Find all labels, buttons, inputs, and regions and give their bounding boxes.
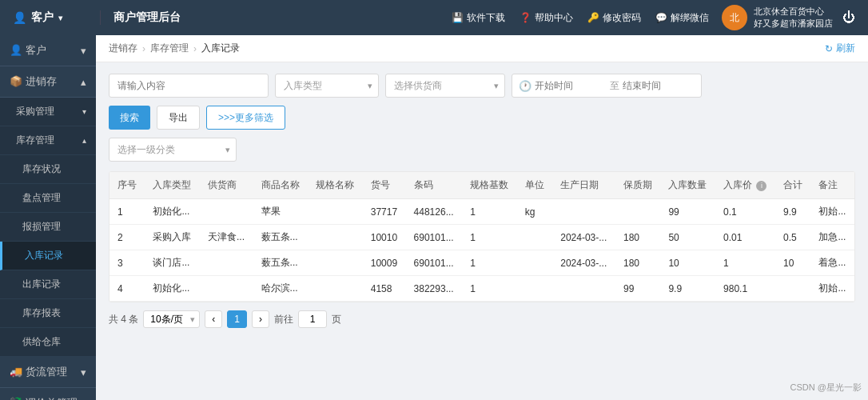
current-page-button[interactable]: 1: [227, 310, 247, 328]
prev-page-button[interactable]: ‹: [205, 310, 222, 328]
page-size-wrap: 10条/页: [143, 310, 200, 328]
chevron-down-icon: ▾: [81, 45, 86, 57]
action-row: 搜索 导出 >>>更多筛选: [109, 106, 855, 130]
data-table: 序号 入库类型 供货商 商品名称 规格名称 货号 条码 规格基数 单位 生产日期…: [109, 172, 854, 302]
category-select[interactable]: 选择一级分类: [109, 138, 237, 162]
help-icon: ❓: [520, 12, 532, 23]
search-button[interactable]: 搜索: [109, 106, 150, 130]
table-cell: [552, 276, 615, 302]
start-date-input[interactable]: [535, 80, 607, 91]
table-cell: 采购入库: [145, 225, 200, 250]
purchase-label: 采购管理: [16, 105, 54, 118]
sidebar-item-inventory[interactable]: 📦 进销存 ▴: [0, 66, 96, 98]
table-cell: 1: [109, 199, 145, 225]
end-date-input[interactable]: [623, 80, 695, 91]
col-item-no: 货号: [363, 172, 406, 199]
download-label: 软件下载: [467, 11, 505, 25]
table-cell: 着急...: [810, 250, 854, 276]
col-barcode: 条码: [406, 172, 463, 199]
help-action[interactable]: ❓ 帮助中心: [520, 11, 573, 25]
more-filter-button[interactable]: >>>更多筛选: [206, 106, 285, 130]
sidebar-item-inbound[interactable]: 入库记录: [0, 242, 96, 270]
search-input[interactable]: [109, 74, 269, 98]
sidebar-item-logistics[interactable]: 🚚 货流管理 ▾: [0, 357, 96, 388]
inventory-group-label: 📦 进销存: [10, 74, 57, 89]
table-cell: 382293...: [406, 276, 463, 302]
supplier-select[interactable]: 选择供货商: [385, 74, 505, 98]
table-cell: 10: [775, 250, 810, 276]
price-info-icon[interactable]: i: [756, 181, 766, 191]
table-row[interactable]: 1初始化...苹果37717448126...1kg990.19.9初始...: [109, 199, 854, 225]
inbound-type-wrap: 入库类型: [275, 74, 379, 98]
table-row[interactable]: 3谈门店...薮五条...10009690101...12024-03-...1…: [109, 250, 854, 276]
table-cell: 180: [615, 250, 660, 276]
price-adjust-group-label: 💱 调价单管理: [10, 396, 78, 400]
inbound-type-select[interactable]: 入库类型: [275, 74, 379, 98]
sidebar-item-inventory-check[interactable]: 盘点管理: [0, 184, 96, 213]
table-header-row: 序号 入库类型 供货商 商品名称 规格名称 货号 条码 规格基数 单位 生产日期…: [109, 172, 854, 199]
nav-actions: 💾 软件下载 ❓ 帮助中心 🔑 修改密码 💬 解绑微信: [452, 11, 709, 25]
next-page-button[interactable]: ›: [252, 310, 269, 328]
avatar: 北: [722, 5, 747, 30]
col-prod-date: 生产日期: [552, 172, 615, 199]
inventory-check-label: 盘点管理: [22, 191, 61, 205]
sidebar-item-supply-warehouse[interactable]: 供给仓库: [0, 328, 96, 357]
sidebar-item-loss[interactable]: 报损管理: [0, 213, 96, 242]
page-jump-input[interactable]: [298, 310, 327, 328]
breadcrumb: 进销存 › 库存管理 › 入库记录 ↻ 刷新: [96, 35, 868, 62]
table-cell: 初始...: [810, 276, 854, 302]
table-cell: 加急...: [810, 225, 854, 250]
table-cell: 0.1: [715, 199, 775, 225]
refresh-icon: ↻: [825, 43, 833, 54]
password-label: 修改密码: [603, 11, 641, 25]
customer-group-label: 👤 客户: [10, 43, 46, 58]
logistics-group-label: 🚚 货流管理: [10, 365, 67, 379]
power-button[interactable]: ⏻: [842, 10, 855, 25]
table-cell: 0.01: [715, 225, 775, 250]
table-cell: 哈尔滨...: [253, 276, 309, 302]
table-cell: 10010: [363, 225, 406, 250]
shop-name: 好又多超市潘家园店: [754, 18, 833, 30]
sidebar-item-purchase[interactable]: 采购管理 ▾: [0, 98, 96, 126]
sidebar-item-stock-status[interactable]: 库存状况: [0, 155, 96, 184]
wechat-action[interactable]: 💬 解绑微信: [655, 11, 709, 25]
table-cell: 苹果: [253, 199, 309, 225]
col-spec-base: 规格基数: [462, 172, 517, 199]
breadcrumb-item-2[interactable]: 库存管理: [150, 42, 189, 55]
brand-label: 客户: [31, 10, 54, 25]
brand-chevron: ▾: [58, 14, 62, 22]
chevron-right-icon: ▾: [82, 107, 86, 116]
table-cell: 2024-03-...: [552, 250, 615, 276]
table-cell: 99: [660, 199, 715, 225]
table-cell: [517, 276, 552, 302]
download-action[interactable]: 💾 软件下载: [452, 11, 505, 25]
sidebar-item-outbound[interactable]: 出库记录: [0, 270, 96, 299]
customer-icon: 👤: [13, 11, 26, 24]
help-label: 帮助中心: [535, 11, 573, 25]
brand-section: 👤 客户 ▾: [13, 10, 101, 25]
table-cell: 50: [660, 225, 715, 250]
sidebar-item-stock-report[interactable]: 库存报表: [0, 299, 96, 328]
content-area: 进销存 › 库存管理 › 入库记录 ↻ 刷新 入库类型: [96, 35, 868, 400]
sidebar-item-customer[interactable]: 👤 客户 ▾: [0, 35, 96, 66]
calendar-icon: 🕐: [519, 80, 532, 92]
table-row[interactable]: 2采购入库天津食...薮五条...10010690101...12024-03-…: [109, 225, 854, 250]
export-button[interactable]: 导出: [157, 106, 200, 130]
table-cell: 690101...: [406, 225, 463, 250]
breadcrumb-item-3: 入库记录: [201, 42, 240, 55]
table-cell: 薮五条...: [253, 250, 309, 276]
breadcrumb-item-1[interactable]: 进销存: [109, 42, 137, 55]
table-cell: [517, 250, 552, 276]
sidebar-sub-inventory: 采购管理 ▾ 库存管理 ▴ 库存状况 盘点管理 报损管理 入库记录 出库记录: [0, 98, 96, 357]
sidebar-item-price-adjust[interactable]: 💱 调价单管理 ▾: [0, 388, 96, 400]
refresh-button[interactable]: ↻ 刷新: [825, 42, 855, 55]
table-row[interactable]: 4初始化...哈尔滨...4158382293...1999.9980.1初始.…: [109, 276, 854, 302]
password-action[interactable]: 🔑 修改密码: [587, 11, 641, 25]
loss-label: 报损管理: [22, 220, 61, 234]
table-cell: [775, 276, 810, 302]
table-cell: 448126...: [406, 199, 463, 225]
sidebar-item-stock-management[interactable]: 库存管理 ▴: [0, 126, 96, 155]
table-cell: 37717: [363, 199, 406, 225]
table-cell: [200, 199, 253, 225]
page-size-select[interactable]: 10条/页: [143, 310, 200, 328]
